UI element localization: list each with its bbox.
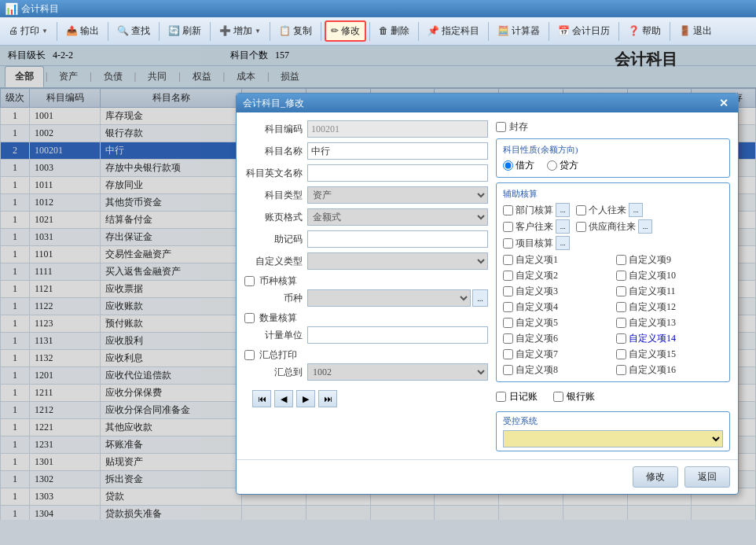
history-icon: 📅 [558,25,570,37]
credit-radio-label[interactable]: 贷方 [547,159,578,172]
aux-custom4-checkbox[interactable] [503,302,513,312]
dialog-footer: 修改 返回 [237,459,738,494]
modify-icon: ✏ [331,25,339,37]
summaryto-row: 汇总到 1002 [244,363,488,381]
aux-custom10-checkbox[interactable] [616,271,626,281]
currency-pick-button[interactable]: ... [472,289,488,307]
currency-select[interactable] [307,289,471,307]
aux-custom9: 自定义项9 [616,253,723,267]
unit-row: 计量单位 [244,326,488,344]
memo-input[interactable] [307,230,488,248]
copy-button[interactable]: 📋 复制 [273,21,317,41]
journal-checkbox[interactable] [496,392,506,402]
aux-customer-btn[interactable]: ... [556,219,570,234]
modify-button[interactable]: ✏ 修改 [325,20,366,42]
aux-custom8-checkbox[interactable] [503,365,513,375]
aux-custom15-checkbox[interactable] [616,349,626,359]
export-button[interactable]: 📤 输出 [61,21,105,41]
unit-input[interactable] [307,326,488,344]
delete-button[interactable]: 🗑 删除 [373,21,415,41]
aux-custom13: 自定义项13 [616,316,723,330]
aux-supplier: 供应商往来 ... [576,219,652,234]
aux-row3: 项目核算 ... [503,236,723,250]
aux-title: 辅助核算 [503,188,723,200]
aux-dept-checkbox[interactable] [503,205,513,215]
aux-custom7-checkbox[interactable] [503,349,513,359]
aux-custom2-checkbox[interactable] [503,271,513,281]
controlled-section: 受控系统 [496,411,730,451]
aux-person-checkbox[interactable] [576,205,586,215]
bank-label-row[interactable]: 银行账 [553,390,595,403]
aux-custom13-checkbox[interactable] [616,318,626,328]
calc-icon: 🧮 [497,25,509,37]
currency-checkbox[interactable] [244,276,255,286]
name-input[interactable] [307,142,488,160]
aux-custom3-checkbox[interactable] [503,286,513,296]
aux-custom5-checkbox[interactable] [503,318,513,328]
type-select[interactable]: 资产 [307,186,488,204]
aux-custom14-checkbox[interactable] [616,333,626,344]
credit-radio[interactable] [547,160,557,171]
nav-first-button[interactable]: ⏮ [252,390,271,407]
add-button[interactable]: ➕ 增加 ▼ [214,21,266,41]
exit-button[interactable]: 🚪 退出 [673,21,717,41]
nav-prev-button[interactable]: ◀ [274,390,293,407]
nav-last-button[interactable]: ⏭ [318,390,337,407]
currency-row: 币种 ... [244,289,488,307]
aux-project-btn[interactable]: ... [556,236,570,250]
search-button[interactable]: 🔍 查找 [112,21,156,41]
debit-radio[interactable] [503,160,513,171]
aux-customer-checkbox[interactable] [503,222,513,232]
aux-custom11-checkbox[interactable] [616,286,626,296]
dialog-return-button[interactable]: 返回 [684,466,730,488]
controlled-select[interactable] [503,430,723,447]
sep3 [159,22,160,41]
aux-supplier-checkbox[interactable] [576,222,586,232]
aux-custom1-checkbox[interactable] [503,255,513,265]
property-title: 科目性质(余额方向) [503,144,723,156]
aux-dept-btn[interactable]: ... [556,203,570,217]
nav-next-button[interactable]: ▶ [296,390,315,407]
aux-custom5: 自定义项5 [503,316,610,330]
aux-project-checkbox[interactable] [503,238,513,249]
engname-label: 科目英文名称 [244,167,307,180]
aux-dept: 部门核算 ... [503,203,570,217]
sep9 [488,22,489,41]
aux-custom16-checkbox[interactable] [616,365,626,375]
code-input[interactable] [307,120,488,138]
aux-custom14: 自定义项14 [616,332,723,345]
customtype-select[interactable] [307,252,488,270]
print-button[interactable]: 🖨 打印 ▼ [3,21,53,41]
format-label: 账页格式 [244,211,307,224]
history-button[interactable]: 📅 会计日历 [552,21,615,41]
journal-label-row[interactable]: 日记账 [496,390,538,403]
refresh-button[interactable]: 🔄 刷新 [163,21,207,41]
aux-person-btn[interactable]: ... [629,203,643,217]
bank-checkbox[interactable] [553,392,563,402]
format-select[interactable]: 金额式 [307,208,488,226]
dialog-title: 会计科目_修改 [243,97,304,110]
help-button[interactable]: ❓ 帮助 [622,21,666,41]
aux-supplier-btn[interactable]: ... [638,219,652,234]
property-radio-group: 借方 贷方 [503,159,723,172]
summaryto-label: 汇总到 [244,366,307,379]
debit-radio-label[interactable]: 借方 [503,159,534,172]
copy-icon: 📋 [279,25,291,37]
sep5 [270,22,270,41]
property-section: 科目性质(余额方向) 借方 贷方 [496,138,730,178]
summary-checkbox[interactable] [244,350,255,360]
summaryto-select[interactable]: 1002 [307,363,488,381]
dialog-modify-button[interactable]: 修改 [633,466,678,488]
calc-button[interactable]: 🧮 计算器 [492,21,545,41]
aux-custom6-checkbox[interactable] [503,333,513,344]
aux-custom9-checkbox[interactable] [616,255,626,265]
enclosure-checkbox[interactable] [496,122,506,132]
engname-input[interactable] [307,164,488,182]
sep10 [549,22,549,41]
assign-button[interactable]: 📌 指定科目 [422,21,485,41]
dialog-close-button[interactable]: ✕ [716,97,732,110]
quantity-checkbox[interactable] [244,313,255,323]
quantity-check-row: 数量核算 [244,311,488,325]
aux-custom12-checkbox[interactable] [616,302,626,312]
controlled-title: 受控系统 [503,415,723,427]
